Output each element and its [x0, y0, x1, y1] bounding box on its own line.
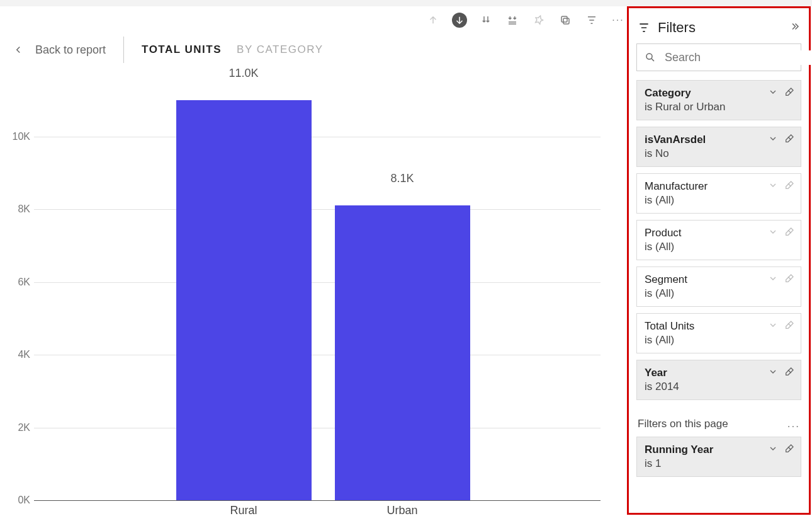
- gridline: [34, 282, 601, 283]
- tab-by-category[interactable]: BY CATEGORY: [237, 43, 323, 56]
- page-filters-section-text: Filters on this page: [638, 418, 728, 430]
- filter-value: is (All): [645, 241, 793, 253]
- eraser-icon[interactable]: [784, 180, 794, 193]
- filter-value: is 1: [645, 457, 793, 470]
- visual-toolbar: ···: [426, 13, 626, 28]
- eraser-icon[interactable]: [784, 367, 794, 379]
- filter-icon[interactable]: [584, 13, 599, 28]
- y-tick-label: 4K: [18, 349, 30, 360]
- filter-card-running-year[interactable]: Running Yearis 1: [636, 437, 801, 477]
- filter-value: is (All): [645, 194, 793, 207]
- chevron-down-icon[interactable]: [768, 273, 778, 286]
- y-tick-label: 8K: [18, 204, 30, 215]
- bar-data-label: 11.0K: [228, 67, 258, 83]
- filter-value: is (All): [645, 334, 793, 347]
- filter-value: is Rural or Urban: [645, 101, 793, 113]
- filter-card-isvanarsdel[interactable]: isVanArsdelis No: [636, 127, 801, 167]
- filter-value: is (All): [645, 287, 793, 300]
- svg-rect-1: [561, 16, 567, 22]
- section-more-icon[interactable]: ...: [787, 418, 800, 430]
- eraser-icon[interactable]: [784, 273, 794, 286]
- y-tick-label: 2K: [18, 422, 30, 433]
- gridline: [34, 355, 601, 355]
- bar-urban[interactable]: [335, 205, 470, 500]
- filter-card-year[interactable]: Yearis 2014: [636, 360, 801, 400]
- chevron-down-icon[interactable]: [768, 444, 778, 456]
- chevron-down-icon[interactable]: [768, 180, 778, 193]
- tab-total-units[interactable]: TOTAL UNITS: [142, 43, 222, 56]
- drill-up-icon[interactable]: [426, 13, 441, 28]
- filter-value: is No: [645, 147, 793, 160]
- filters-header: Filters: [629, 8, 809, 43]
- collapse-pane-icon[interactable]: [789, 21, 800, 35]
- chevron-down-icon[interactable]: [768, 367, 778, 379]
- y-tick-label: 6K: [18, 277, 30, 288]
- filter-search-input[interactable]: [663, 50, 812, 65]
- copy-icon[interactable]: [558, 13, 573, 28]
- filter-card-manufacturer[interactable]: Manufactureris (All): [636, 173, 801, 214]
- gridline: [34, 137, 601, 137]
- chevron-down-icon[interactable]: [768, 134, 778, 146]
- filter-value: is 2014: [645, 381, 793, 393]
- x-category-label: Urban: [386, 504, 417, 516]
- y-tick-label: 0K: [18, 495, 30, 506]
- x-category-label: Rural: [230, 504, 257, 516]
- filter-icon: [638, 21, 650, 34]
- filters-title: Filters: [658, 20, 781, 36]
- plot-area: 11.0KRural8.1KUrban: [34, 82, 601, 501]
- eraser-icon[interactable]: [784, 227, 794, 239]
- chevron-down-icon[interactable]: [768, 227, 778, 239]
- search-icon: [645, 52, 656, 63]
- expand-level-icon[interactable]: [505, 13, 520, 28]
- page-filters-section-label: Filters on this page...: [636, 406, 801, 437]
- svg-point-2: [646, 54, 652, 59]
- filter-search[interactable]: [636, 43, 801, 71]
- y-tick-label: 10K: [13, 131, 30, 142]
- eraser-icon[interactable]: [784, 134, 794, 146]
- filter-card-segment[interactable]: Segmentis (All): [636, 267, 801, 307]
- divider: [123, 37, 124, 63]
- svg-rect-0: [563, 18, 569, 24]
- drill-down-toggle-icon[interactable]: [452, 13, 467, 28]
- bar-chart: 0K2K4K6K8K10K 11.0KRural8.1KUrban: [0, 82, 611, 516]
- filter-list: Categoryis Rural or UrbanisVanArsdelis N…: [629, 80, 809, 513]
- bar-rural[interactable]: [176, 100, 312, 500]
- back-chevron-icon[interactable]: [13, 44, 24, 55]
- window-top-strip: [0, 0, 812, 6]
- next-level-icon[interactable]: [478, 13, 493, 28]
- chevron-down-icon[interactable]: [768, 87, 778, 100]
- eraser-icon[interactable]: [784, 320, 794, 333]
- filter-card-category[interactable]: Categoryis Rural or Urban: [636, 80, 801, 120]
- back-to-report-link[interactable]: Back to report: [35, 43, 106, 57]
- filters-pane: Filters Categoryis Rural or UrbanisVanAr…: [627, 6, 811, 515]
- pin-icon[interactable]: [531, 13, 546, 28]
- eraser-icon[interactable]: [784, 444, 794, 456]
- gridline: [34, 209, 601, 210]
- more-options-icon[interactable]: ···: [611, 13, 626, 28]
- filter-card-total-units[interactable]: Total Unitsis (All): [636, 313, 801, 353]
- gridline: [34, 428, 601, 428]
- filter-card-product[interactable]: Productis (All): [636, 220, 801, 260]
- report-canvas: ··· Back to report TOTAL UNITS BY CATEGO…: [0, 6, 627, 516]
- drill-breadcrumb: Back to report TOTAL UNITS BY CATEGORY: [13, 37, 324, 63]
- chevron-down-icon[interactable]: [768, 320, 778, 333]
- gridline: [34, 500, 601, 501]
- eraser-icon[interactable]: [784, 87, 794, 100]
- bar-data-label: 8.1K: [390, 172, 414, 188]
- y-axis: 0K2K4K6K8K10K: [0, 82, 34, 501]
